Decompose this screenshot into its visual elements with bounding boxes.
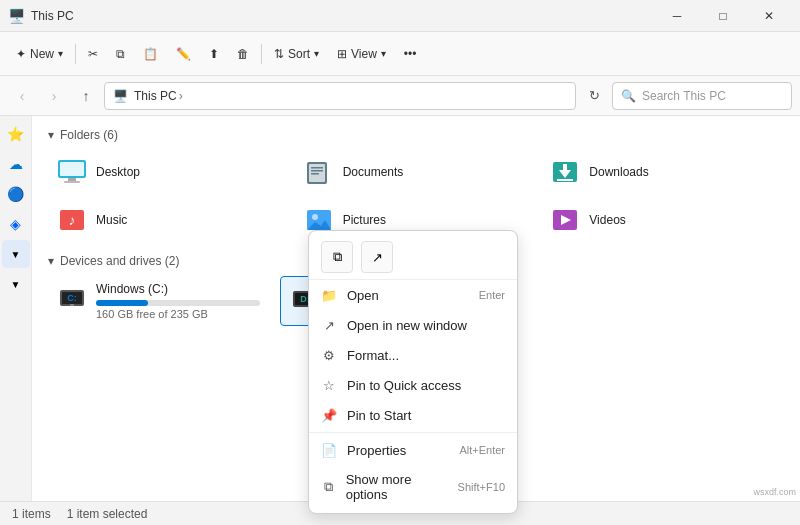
sidebar-icon-blue[interactable]: 🔵 xyxy=(2,180,30,208)
ctx-separator xyxy=(309,432,517,433)
title-bar-icon: 🖥️ xyxy=(8,8,25,24)
sidebar-icon-cloud[interactable]: ☁ xyxy=(2,150,30,178)
search-placeholder: Search This PC xyxy=(642,89,726,103)
folder-item-videos[interactable]: Videos xyxy=(541,198,784,242)
ctx-open-shortcut: Enter xyxy=(479,289,505,301)
music-icon: ♪ xyxy=(56,204,88,236)
address-path[interactable]: 🖥️ This PC › xyxy=(104,82,576,110)
svg-rect-7 xyxy=(311,170,323,172)
up-button[interactable]: ↑ xyxy=(72,82,100,110)
paste-button[interactable]: 📋 xyxy=(135,38,166,70)
svg-point-16 xyxy=(312,214,318,220)
ctx-icon-copy[interactable]: ⧉ xyxy=(321,241,353,273)
ctx-item-pin-quick[interactable]: ☆ Pin to Quick access xyxy=(309,370,517,400)
rename-icon: ✏️ xyxy=(176,47,191,61)
folder-item-downloads[interactable]: Downloads xyxy=(541,150,784,194)
watermark: wsxdf.com xyxy=(753,487,796,497)
view-chevron-icon: ▾ xyxy=(381,48,386,59)
address-bar: ‹ › ↑ 🖥️ This PC › ↻ 🔍 Search This PC xyxy=(0,76,800,116)
svg-rect-8 xyxy=(311,173,319,175)
rename-button[interactable]: ✏️ xyxy=(168,38,199,70)
drive-item-c[interactable]: C: Windows (C:) 160 GB free of 235 GB xyxy=(48,276,268,326)
maximize-button[interactable]: □ xyxy=(700,0,746,32)
svg-rect-2 xyxy=(68,178,76,181)
view-button[interactable]: ⊞ View ▾ xyxy=(329,38,394,70)
ctx-more-shortcut: Shift+F10 xyxy=(458,481,505,493)
close-button[interactable]: ✕ xyxy=(746,0,792,32)
downloads-icon xyxy=(549,156,581,188)
ctx-item-format[interactable]: ⚙ Format... xyxy=(309,340,517,370)
drives-label: Devices and drives (2) xyxy=(60,254,179,268)
share-icon: ⬆ xyxy=(209,47,219,61)
status-items: 1 items xyxy=(12,507,51,521)
ctx-item-open[interactable]: 📁 Open Enter xyxy=(309,280,517,310)
ctx-icon-arrow[interactable]: ↗ xyxy=(361,241,393,273)
ctx-pin-quick-icon: ☆ xyxy=(321,377,337,393)
ctx-format-label: Format... xyxy=(347,348,399,363)
sidebar: ⭐ ☁ 🔵 ◈ ▼ ▼ xyxy=(0,116,32,501)
view-icon: ⊞ xyxy=(337,47,347,61)
context-menu: ⧉ ↗ 📁 Open Enter ↗ Open in new window ⚙ … xyxy=(308,230,518,514)
ctx-pin-start-label: Pin to Start xyxy=(347,408,411,423)
title-bar-text: This PC xyxy=(31,9,654,23)
ctx-item-properties[interactable]: 📄 Properties Alt+Enter xyxy=(309,435,517,465)
ctx-properties-shortcut: Alt+Enter xyxy=(459,444,505,456)
copy-icon: ⧉ xyxy=(116,47,125,61)
cut-icon: ✂ xyxy=(88,47,98,61)
folder-item-desktop[interactable]: Desktop xyxy=(48,150,291,194)
path-thispc: This PC xyxy=(134,89,177,103)
drive-c-bar-fill xyxy=(96,300,148,306)
svg-rect-22 xyxy=(70,304,74,306)
search-box[interactable]: 🔍 Search This PC xyxy=(612,82,792,110)
folders-grid: Desktop Documents xyxy=(48,150,784,242)
svg-rect-1 xyxy=(60,162,84,176)
sidebar-icon-star[interactable]: ⭐ xyxy=(2,120,30,148)
folder-videos-label: Videos xyxy=(589,213,625,227)
ctx-item-pin-start[interactable]: 📌 Pin to Start xyxy=(309,400,517,430)
status-selected: 1 item selected xyxy=(67,507,148,521)
ctx-properties-icon: 📄 xyxy=(321,442,337,458)
ctx-format-icon: ⚙ xyxy=(321,347,337,363)
ctx-properties-label: Properties xyxy=(347,443,406,458)
new-button[interactable]: ✦ New ▾ xyxy=(8,38,71,70)
copy-button[interactable]: ⧉ xyxy=(108,38,133,70)
minimize-button[interactable]: ─ xyxy=(654,0,700,32)
sort-chevron-icon: ▾ xyxy=(314,48,319,59)
svg-rect-3 xyxy=(64,181,80,183)
folder-item-documents[interactable]: Documents xyxy=(295,150,538,194)
ctx-pin-start-icon: 📌 xyxy=(321,407,337,423)
folder-item-music[interactable]: ♪ Music xyxy=(48,198,291,242)
ctx-pin-quick-label: Pin to Quick access xyxy=(347,378,461,393)
sidebar-icon-expand2[interactable]: ▼ xyxy=(2,270,30,298)
title-bar-controls: ─ □ ✕ xyxy=(654,0,792,32)
sort-icon: ⇅ xyxy=(274,47,284,61)
ctx-item-open-new[interactable]: ↗ Open in new window xyxy=(309,310,517,340)
title-bar: 🖥️ This PC ─ □ ✕ xyxy=(0,0,800,32)
ctx-arrow-icon: ↗ xyxy=(372,250,383,265)
new-icon: ✦ xyxy=(16,47,26,61)
paste-icon: 📋 xyxy=(143,47,158,61)
refresh-button[interactable]: ↻ xyxy=(580,82,608,110)
sidebar-icon-dropbox[interactable]: ◈ xyxy=(2,210,30,238)
share-button[interactable]: ⬆ xyxy=(201,38,227,70)
drive-c-size: 160 GB free of 235 GB xyxy=(96,308,260,320)
ctx-more-label: Show more options xyxy=(346,472,448,502)
ctx-open-new-icon: ↗ xyxy=(321,317,337,333)
sort-button[interactable]: ⇅ Sort ▾ xyxy=(266,38,327,70)
new-chevron-icon: ▾ xyxy=(58,48,63,59)
ctx-open-new-label: Open in new window xyxy=(347,318,467,333)
forward-button[interactable]: › xyxy=(40,82,68,110)
svg-rect-6 xyxy=(311,167,323,169)
delete-button[interactable]: 🗑 xyxy=(229,38,257,70)
cut-button[interactable]: ✂ xyxy=(80,38,106,70)
more-button[interactable]: ••• xyxy=(396,38,425,70)
drive-c-info: Windows (C:) 160 GB free of 235 GB xyxy=(96,282,260,320)
folder-downloads-label: Downloads xyxy=(589,165,648,179)
back-button[interactable]: ‹ xyxy=(8,82,36,110)
svg-text:C:: C: xyxy=(67,293,77,303)
folders-chevron-icon: ▾ xyxy=(48,128,54,142)
folders-section-header[interactable]: ▾ Folders (6) xyxy=(48,128,784,142)
sidebar-icon-expand1[interactable]: ▼ xyxy=(2,240,30,268)
ctx-open-label: Open xyxy=(347,288,379,303)
ctx-item-more-options[interactable]: ⧉ Show more options Shift+F10 xyxy=(309,465,517,509)
